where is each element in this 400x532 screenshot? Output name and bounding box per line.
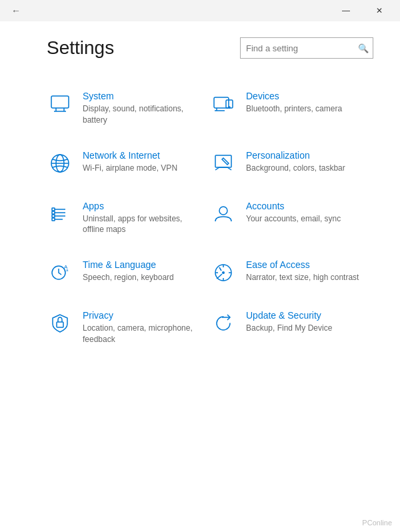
network-icon: [47, 150, 73, 177]
setting-desc-accounts: Your accounts, email, sync: [246, 213, 363, 225]
setting-desc-system: Display, sound, notifications, battery: [83, 103, 199, 126]
setting-name-personalization: Personalization: [246, 150, 363, 161]
setting-name-devices: Devices: [246, 91, 363, 101]
setting-desc-update: Backup, Find My Device: [246, 323, 363, 334]
setting-item-apps[interactable]: Apps Uninstall, apps for websites, offli…: [47, 189, 210, 248]
minimize-button[interactable]: —: [331, 0, 361, 21]
setting-desc-time: Speech, region, keyboard: [83, 272, 199, 283]
setting-desc-network: Wi-Fi, airplane mode, VPN: [83, 163, 199, 174]
accounts-icon: [210, 201, 237, 227]
ease-icon: [210, 259, 237, 286]
svg-rect-30: [57, 322, 63, 327]
setting-item-personalization[interactable]: Personalization Background, colors, task…: [210, 138, 373, 189]
setting-name-update: Update & Security: [246, 310, 363, 321]
svg-point-24: [219, 207, 227, 215]
setting-name-network: Network & Internet: [83, 150, 199, 161]
search-input[interactable]: [246, 43, 358, 53]
devices-icon: [210, 91, 237, 117]
setting-desc-ease: Narrator, text size, high contrast: [246, 272, 363, 283]
setting-desc-devices: Bluetooth, printers, camera: [246, 103, 363, 115]
apps-icon: [47, 201, 73, 227]
time-icon: Aa: [47, 259, 73, 286]
svg-point-8: [229, 107, 230, 108]
svg-point-29: [222, 271, 225, 274]
setting-item-system[interactable]: System Display, sound, notifications, ba…: [47, 79, 210, 138]
settings-grid: System Display, sound, notifications, ba…: [47, 79, 373, 357]
setting-name-accounts: Accounts: [246, 201, 363, 211]
setting-item-update[interactable]: Update & Security Backup, Find My Device: [210, 298, 373, 357]
page-title: Settings: [47, 37, 114, 59]
main-content: Settings 🔍 System Display, sound, notifi…: [0, 21, 400, 532]
setting-desc-privacy: Location, camera, microphone, feedback: [83, 323, 199, 345]
svg-rect-20: [52, 208, 55, 211]
search-box[interactable]: 🔍: [240, 37, 373, 59]
svg-text:a: a: [66, 268, 69, 272]
setting-desc-apps: Uninstall, apps for websites, offline ma…: [83, 213, 199, 236]
close-button[interactable]: ✕: [364, 0, 395, 21]
svg-rect-23: [52, 218, 55, 221]
svg-rect-0: [51, 96, 69, 108]
title-bar: ← — ✕: [0, 0, 400, 21]
setting-name-ease: Ease of Access: [246, 259, 363, 270]
setting-item-accounts[interactable]: Accounts Your accounts, email, sync: [210, 189, 373, 248]
update-icon: [210, 310, 237, 337]
setting-name-system: System: [83, 91, 199, 101]
back-button[interactable]: ←: [5, 4, 27, 17]
setting-item-privacy[interactable]: Privacy Location, camera, microphone, fe…: [47, 298, 210, 357]
setting-desc-personalization: Background, colors, taskbar: [246, 163, 363, 174]
privacy-icon: [47, 310, 73, 337]
setting-item-devices[interactable]: Devices Bluetooth, printers, camera: [210, 79, 373, 138]
watermark: PConline: [362, 519, 392, 527]
setting-name-privacy: Privacy: [83, 310, 199, 321]
setting-item-network[interactable]: Network & Internet Wi-Fi, airplane mode,…: [47, 138, 210, 189]
setting-item-ease[interactable]: Ease of Access Narrator, text size, high…: [210, 247, 373, 298]
system-icon: [47, 91, 73, 117]
svg-rect-22: [52, 215, 55, 217]
setting-name-apps: Apps: [83, 201, 199, 211]
setting-item-time[interactable]: Aa Time & Language Speech, region, keybo…: [47, 247, 210, 298]
watermark-text: PConline: [362, 519, 392, 527]
search-icon: 🔍: [358, 43, 369, 53]
personalization-icon: [210, 150, 237, 177]
header-row: Settings 🔍: [47, 37, 373, 59]
setting-name-time: Time & Language: [83, 259, 199, 270]
svg-rect-21: [52, 211, 55, 214]
